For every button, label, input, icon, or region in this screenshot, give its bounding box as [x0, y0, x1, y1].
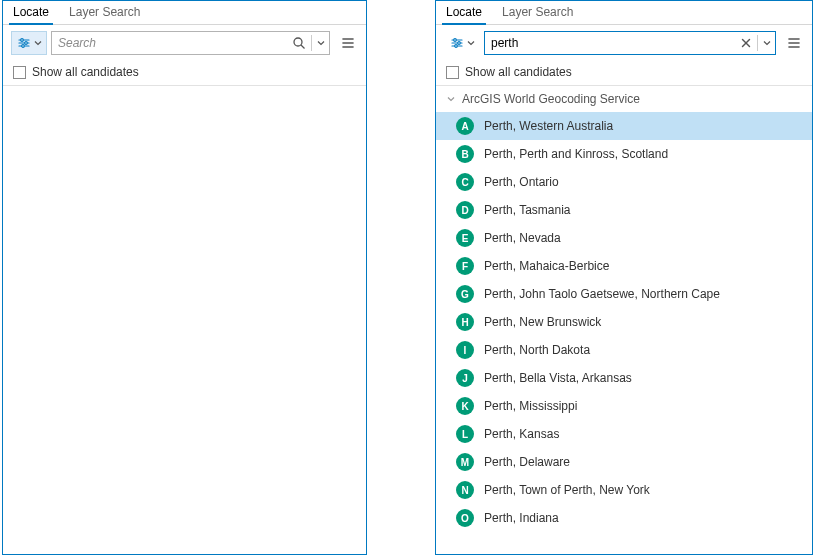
search-dropdown-button[interactable] [313, 39, 329, 47]
result-item[interactable]: JPerth, Bella Vista, Arkansas [436, 364, 812, 392]
search-box[interactable] [484, 31, 776, 55]
result-marker-icon: L [456, 425, 474, 443]
result-label: Perth, Town of Perth, New York [484, 483, 650, 497]
filter-button[interactable] [11, 31, 47, 55]
svg-point-5 [22, 45, 25, 48]
tab-locate[interactable]: Locate [436, 1, 492, 24]
menu-button[interactable] [784, 33, 804, 53]
svg-point-16 [455, 45, 458, 48]
tab-locate[interactable]: Locate [3, 1, 59, 24]
result-label: Perth, Tasmania [484, 203, 571, 217]
result-item[interactable]: FPerth, Mahaica-Berbice [436, 252, 812, 280]
result-label: Perth, North Dakota [484, 343, 590, 357]
result-label: Perth, Ontario [484, 175, 559, 189]
tab-bar: Locate Layer Search [3, 1, 366, 25]
result-label: Perth, New Brunswick [484, 315, 601, 329]
show-all-checkbox[interactable] [446, 66, 459, 79]
result-label: Perth, Perth and Kinross, Scotland [484, 147, 668, 161]
separator [311, 35, 312, 51]
tab-layer-search[interactable]: Layer Search [59, 1, 150, 24]
show-all-label: Show all candidates [465, 65, 572, 79]
options-row: Show all candidates [3, 61, 366, 86]
results-area: ArcGIS World Geocoding Service APerth, W… [436, 86, 812, 554]
result-item[interactable]: IPerth, North Dakota [436, 336, 812, 364]
result-label: Perth, John Taolo Gaetsewe, Northern Cap… [484, 287, 720, 301]
svg-point-4 [25, 42, 28, 45]
locate-panel-right: Locate Layer Search [435, 0, 813, 555]
result-item[interactable]: APerth, Western Australia [436, 112, 812, 140]
search-icon[interactable] [288, 36, 310, 50]
filter-icon [449, 35, 465, 51]
result-item[interactable]: LPerth, Kansas [436, 420, 812, 448]
results-area [3, 86, 366, 554]
svg-point-3 [21, 39, 24, 42]
separator [757, 35, 758, 51]
result-item[interactable]: GPerth, John Taolo Gaetsewe, Northern Ca… [436, 280, 812, 308]
filter-button[interactable] [444, 31, 480, 55]
svg-point-14 [454, 39, 457, 42]
tab-bar: Locate Layer Search [436, 1, 812, 25]
result-marker-icon: E [456, 229, 474, 247]
result-item[interactable]: NPerth, Town of Perth, New York [436, 476, 812, 504]
result-label: Perth, Delaware [484, 455, 570, 469]
result-label: Perth, Bella Vista, Arkansas [484, 371, 632, 385]
svg-line-7 [301, 45, 305, 49]
result-marker-icon: I [456, 341, 474, 359]
result-item[interactable]: MPerth, Delaware [436, 448, 812, 476]
locate-panel-left: Locate Layer Search [2, 0, 367, 555]
show-all-checkbox[interactable] [13, 66, 26, 79]
result-item[interactable]: OPerth, Indiana [436, 504, 812, 532]
result-marker-icon: D [456, 201, 474, 219]
filter-icon [16, 35, 32, 51]
result-marker-icon: G [456, 285, 474, 303]
result-marker-icon: J [456, 369, 474, 387]
result-label: Perth, Nevada [484, 231, 561, 245]
result-item[interactable]: EPerth, Nevada [436, 224, 812, 252]
result-marker-icon: F [456, 257, 474, 275]
chevron-down-icon [446, 94, 456, 104]
search-input[interactable] [52, 36, 288, 50]
search-dropdown-button[interactable] [759, 39, 775, 47]
search-toolbar [3, 25, 366, 61]
results-group-header[interactable]: ArcGIS World Geocoding Service [436, 86, 812, 112]
result-label: Perth, Indiana [484, 511, 559, 525]
result-marker-icon: M [456, 453, 474, 471]
tab-layer-search[interactable]: Layer Search [492, 1, 583, 24]
svg-point-6 [294, 38, 302, 46]
chevron-down-icon [34, 39, 42, 47]
result-item[interactable]: HPerth, New Brunswick [436, 308, 812, 336]
result-marker-icon: A [456, 117, 474, 135]
search-box[interactable] [51, 31, 330, 55]
result-marker-icon: K [456, 397, 474, 415]
group-title: ArcGIS World Geocoding Service [462, 92, 640, 106]
clear-icon[interactable] [736, 37, 756, 49]
result-marker-icon: O [456, 509, 474, 527]
menu-button[interactable] [338, 33, 358, 53]
result-label: Perth, Mahaica-Berbice [484, 259, 609, 273]
result-item[interactable]: KPerth, Mississippi [436, 392, 812, 420]
chevron-down-icon [467, 39, 475, 47]
result-item[interactable]: DPerth, Tasmania [436, 196, 812, 224]
svg-point-15 [458, 42, 461, 45]
result-item[interactable]: CPerth, Ontario [436, 168, 812, 196]
result-marker-icon: C [456, 173, 474, 191]
result-label: Perth, Western Australia [484, 119, 613, 133]
show-all-label: Show all candidates [32, 65, 139, 79]
search-toolbar [436, 25, 812, 61]
result-item[interactable]: BPerth, Perth and Kinross, Scotland [436, 140, 812, 168]
result-label: Perth, Kansas [484, 427, 559, 441]
result-marker-icon: B [456, 145, 474, 163]
search-input[interactable] [485, 36, 736, 50]
result-marker-icon: H [456, 313, 474, 331]
options-row: Show all candidates [436, 61, 812, 86]
result-label: Perth, Mississippi [484, 399, 577, 413]
result-marker-icon: N [456, 481, 474, 499]
